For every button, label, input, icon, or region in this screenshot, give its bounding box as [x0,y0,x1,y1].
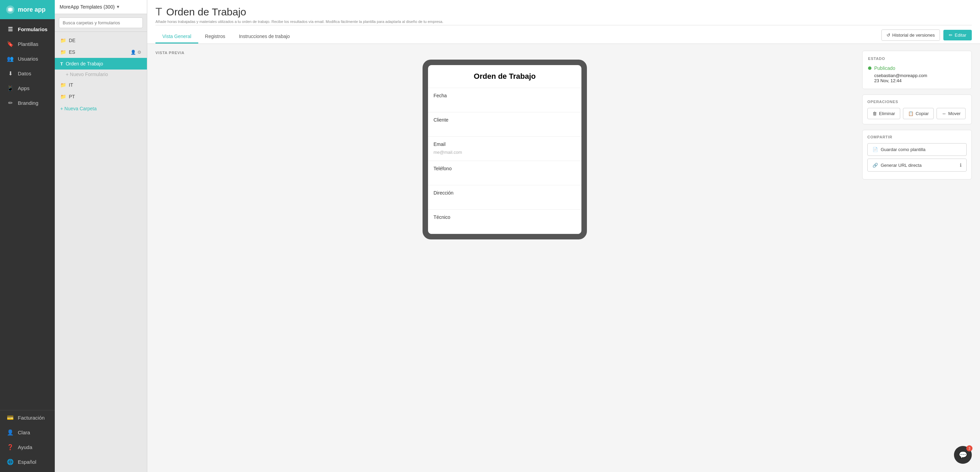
sidebar-item-ayuda[interactable]: ❓ Ayuda [0,440,55,454]
eliminar-button[interactable]: 🗑 Eliminar [867,108,900,119]
sidebar-item-usuarios[interactable]: 👥 Usuarios [0,51,55,66]
sidebar-bottom: 💳 Facturación 👤 Clara ❓ Ayuda 🌐 Español [0,410,55,472]
tab-vista-general[interactable]: Vista General [156,30,198,43]
preview-section: VISTA PREVIA Orden de Trabajo Fecha Clie… [156,51,854,465]
form-field-telefono-input [433,174,576,180]
info-icon: ℹ [960,163,961,168]
status-section-label: ESTADO [868,56,966,61]
status-dot [868,67,872,70]
history-icon: ↺ [886,32,890,38]
main-content: T Orden de Trabajo Añade horas trabajada… [147,0,980,472]
form-field-email-label: Email [433,142,576,147]
generar-url-button[interactable]: 🔗 Generar URL directa ℹ [867,159,967,172]
preview-label: VISTA PREVIA [156,51,854,55]
form-field-tecnico: Técnico [428,210,581,234]
tabs-and-actions: Vista General Registros Instrucciones de… [156,29,972,43]
form-field-telefono-label: Teléfono [433,166,576,171]
search-input[interactable] [59,18,143,28]
form-field-direccion: Dirección [428,185,581,210]
folder-es-label: ES [69,49,75,55]
right-panel: ESTADO Publicado csebastian@moreapp.com … [862,51,972,465]
sidebar: more app ☰ Formularios 🔖 Plantillas 👥 Us… [0,0,55,472]
sidebar-item-facturacion[interactable]: 💳 Facturación [0,410,55,425]
sidebar-item-plantillas-label: Plantillas [18,41,38,47]
new-form-link[interactable]: + Nuevo Formulario [55,70,147,79]
copiar-button[interactable]: 📋 Copiar [903,108,934,119]
sidebar-item-espanol[interactable]: 🌐 Español [0,454,55,469]
new-folder-link[interactable]: + Nueva Carpeta [55,102,147,115]
folder-es-icon: 📁 [60,49,66,55]
plantillas-icon: 🔖 [7,41,14,47]
share-label: COMPARTIR [867,135,967,139]
branding-icon: ✏ [7,100,14,106]
sidebar-item-espanol-label: Español [18,459,36,465]
folder-de-label: DE [69,38,75,43]
sidebar-item-datos-label: Datos [18,70,31,77]
mover-button[interactable]: ↔ Mover [937,108,966,119]
moreapp-logo-icon [5,5,15,14]
form-field-cliente-input [433,125,576,132]
folder-pt-icon: 📁 [60,94,66,99]
form-title-icon: T [156,5,162,18]
phone-screen: Orden de Trabajo Fecha Cliente Email me@… [428,65,581,234]
tab-registros[interactable]: Registros [198,30,232,43]
chat-bubble[interactable]: 💬 3 [954,446,972,464]
active-form-label: Orden de Trabajo [66,61,103,67]
form-field-cliente-label: Cliente [433,117,576,123]
form-field-fecha-label: Fecha [433,93,576,98]
form-preview-title: Orden de Trabajo [428,65,581,88]
operations-section: OPERACIONES 🗑 Eliminar 📋 Copiar ↔ Mover [862,94,972,124]
form-title-row: T Orden de Trabajo [156,5,972,18]
copy-icon: 📋 [908,111,913,116]
operations-buttons: 🗑 Eliminar 📋 Copiar ↔ Mover [867,108,967,119]
folder-item-it[interactable]: 📁 IT [55,79,147,91]
sidebar-logo[interactable]: more app [0,0,55,19]
app-name: more app [18,6,46,13]
sidebar-item-clara[interactable]: 👤 Clara [0,425,55,440]
sidebar-item-plantillas[interactable]: 🔖 Plantillas [0,37,55,51]
active-form-indicator: T [60,61,63,67]
form-field-direccion-label: Dirección [433,190,576,196]
form-field-email-input: me@mail.com [433,150,576,156]
folder-list: 📁 DE 📁 ES 👤 ⚙ T Orden de Trabajo + Nuevo… [55,32,147,472]
facturacion-icon: 💳 [7,415,14,421]
form-field-telefono: Teléfono [428,161,581,185]
usuarios-icon: 👥 [7,56,14,62]
content-area: VISTA PREVIA Orden de Trabajo Fecha Clie… [147,44,980,472]
workspace-selector[interactable]: MoreApp Templates (300) ▼ [55,0,147,14]
form-field-fecha: Fecha [428,88,581,112]
folder-item-es[interactable]: 📁 ES 👤 ⚙ [55,46,147,58]
folder-item-orden-trabajo[interactable]: T Orden de Trabajo [55,58,147,70]
folder-pt-label: PT [69,94,75,99]
chat-badge: 3 [966,445,972,451]
folder-es-gear-icon[interactable]: ⚙ [137,49,142,55]
status-header: Publicado [868,65,966,71]
url-icon: 🔗 [872,163,878,168]
sidebar-item-branding-label: Branding [18,100,38,106]
save-template-icon: 📄 [872,147,878,152]
guardar-plantilla-button[interactable]: 📄 Guardar como plantilla [867,143,967,156]
status-email: csebastian@moreapp.com [874,73,966,78]
folder-it-label: IT [69,82,73,88]
sidebar-item-formularios[interactable]: ☰ Formularios [0,22,55,37]
chat-icon: 💬 [959,451,967,459]
sidebar-item-apps-label: Apps [18,85,29,91]
folder-es-user-icon[interactable]: 👤 [130,49,136,55]
sidebar-nav: ☰ Formularios 🔖 Plantillas 👥 Usuarios ⬇ … [0,19,55,410]
history-button[interactable]: ↺ Historial de versiones [881,29,940,41]
sidebar-item-branding[interactable]: ✏ Branding [0,96,55,110]
form-field-tecnico-input [433,223,576,229]
edit-button[interactable]: ✏ Editar [943,30,972,40]
form-field-email: Email me@mail.com [428,137,581,161]
sidebar-item-apps[interactable]: 📱 Apps [0,81,55,96]
status-published-label: Publicado [874,65,896,71]
form-field-cliente: Cliente [428,112,581,137]
form-title: Orden de Trabajo [166,6,246,18]
tab-instrucciones[interactable]: Instrucciones de trabajo [232,30,297,43]
operations-label: OPERACIONES [867,100,967,104]
folder-item-pt[interactable]: 📁 PT [55,91,147,102]
folder-item-de[interactable]: 📁 DE [55,35,147,46]
form-field-fecha-input [433,101,576,107]
sidebar-item-datos[interactable]: ⬇ Datos [0,66,55,81]
sidebar-item-ayuda-label: Ayuda [18,444,32,450]
